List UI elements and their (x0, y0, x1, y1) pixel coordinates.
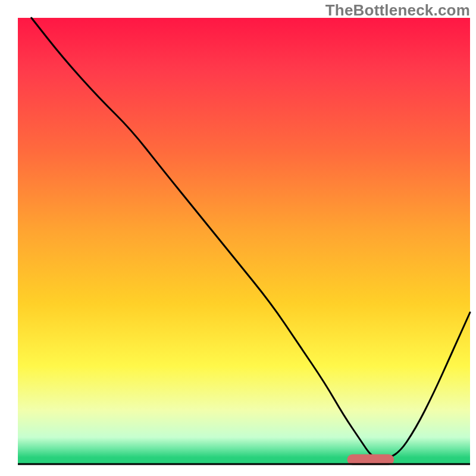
chart-stage: TheBottleneck.com (0, 0, 476, 476)
bottleneck-chart (0, 0, 476, 476)
plot-background (18, 18, 470, 464)
watermark-text: TheBottleneck.com (325, 1, 470, 20)
